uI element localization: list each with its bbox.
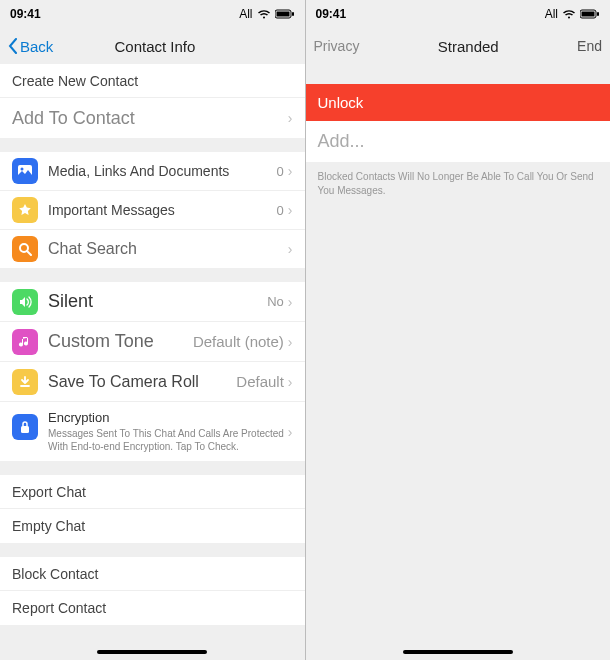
encryption-text: Encryption Messages Sent To This Chat An… [48,410,288,453]
home-indicator [97,650,207,654]
unlock-label: Unlock [318,94,364,111]
section-media: Media, Links And Documents 0 › Important… [0,152,305,268]
nav-bar: Back Contact Info [0,28,305,64]
status-bar: 09:41 All [306,0,611,28]
save-value: Default [236,373,284,390]
star-icon [12,197,38,223]
nav-bar: Privacy Stranded End [306,28,611,64]
encryption-desc: Messages Sent To This Chat And Calls Are… [48,427,288,453]
add-to-contact[interactable]: Add To Contact › [0,98,305,138]
important-label: Important Messages [48,202,277,218]
silent-row[interactable]: Silent No › [0,282,305,322]
encryption-title: Encryption [48,410,288,425]
chevron-right-icon: › [288,110,293,126]
search-icon [12,236,38,262]
block-contact[interactable]: Block Contact [0,557,305,591]
add-row[interactable]: Add... [306,121,611,162]
svg-rect-2 [292,12,294,16]
right-content: Unlock Add... Blocked Contacts Will No L… [306,64,611,660]
right-phone: 09:41 All Privacy Stranded End Unlock Ad… [306,0,611,660]
report-contact[interactable]: Report Contact [0,591,305,625]
empty-chat[interactable]: Empty Chat [0,509,305,543]
section-settings: Silent No › Custom Tone Default (note) ›… [0,282,305,461]
blocked-note: Blocked Contacts Will No Longer Be Able … [306,162,611,206]
silent-value: No [267,294,284,309]
photo-icon [12,158,38,184]
media-label: Media, Links And Documents [48,163,277,179]
search-label: Chat Search [48,240,288,258]
add-to-label: Add To Contact [12,108,288,129]
save-label: Save To Camera Roll [48,373,236,391]
battery-icon [580,9,600,19]
chevron-right-icon: › [288,163,293,179]
chat-search[interactable]: Chat Search › [0,230,305,268]
svg-point-4 [21,168,24,171]
status-indicators: All [239,7,294,21]
home-indicator [403,650,513,654]
custom-tone-row[interactable]: Custom Tone Default (note) › [0,322,305,362]
chevron-right-icon: › [288,424,293,440]
wifi-icon [257,9,271,19]
svg-rect-1 [276,12,289,17]
svg-rect-10 [597,12,599,16]
status-indicators: All [545,7,600,21]
page-title: Stranded [359,38,577,55]
left-content: Create New Contact Add To Contact › Medi… [0,64,305,660]
left-phone: 09:41 All Back Contact Info Create New C… [0,0,306,660]
export-chat[interactable]: Export Chat [0,475,305,509]
tone-label: Custom Tone [48,331,193,352]
media-value: 0 [277,164,284,179]
wifi-icon [562,9,576,19]
speaker-icon [12,289,38,315]
create-label: Create New Contact [12,73,293,89]
create-new-contact[interactable]: Create New Contact [0,64,305,98]
silent-label: Silent [48,291,267,312]
chevron-right-icon: › [288,202,293,218]
add-label: Add... [318,131,365,151]
section-contact-actions: Block Contact Report Contact [0,557,305,625]
nav-back-privacy[interactable]: Privacy [314,38,360,54]
carrier-label: All [239,7,252,21]
encryption-row[interactable]: Encryption Messages Sent To This Chat An… [0,402,305,461]
download-icon [12,369,38,395]
tone-value: Default (note) [193,333,284,350]
empty-label: Empty Chat [12,518,293,534]
unlock-button[interactable]: Unlock [306,84,611,121]
status-bar: 09:41 All [0,0,305,28]
music-note-icon [12,329,38,355]
chevron-right-icon: › [288,294,293,310]
svg-rect-9 [582,12,595,17]
status-time: 09:41 [10,7,41,21]
section-create: Create New Contact Add To Contact › [0,64,305,138]
svg-line-6 [27,251,31,255]
export-label: Export Chat [12,484,293,500]
important-messages[interactable]: Important Messages 0 › [0,191,305,230]
carrier-label: All [545,7,558,21]
chevron-right-icon: › [288,374,293,390]
important-value: 0 [277,203,284,218]
media-links-documents[interactable]: Media, Links And Documents 0 › [0,152,305,191]
section-chat-actions: Export Chat Empty Chat [0,475,305,543]
status-time: 09:41 [316,7,347,21]
lock-icon [12,414,38,440]
battery-icon [275,9,295,19]
report-label: Report Contact [12,600,293,616]
chevron-right-icon: › [288,241,293,257]
save-camera-roll-row[interactable]: Save To Camera Roll Default › [0,362,305,402]
page-title: Contact Info [13,38,296,55]
block-label: Block Contact [12,566,293,582]
chevron-right-icon: › [288,334,293,350]
svg-rect-7 [21,426,29,433]
nav-end-button[interactable]: End [577,38,602,54]
